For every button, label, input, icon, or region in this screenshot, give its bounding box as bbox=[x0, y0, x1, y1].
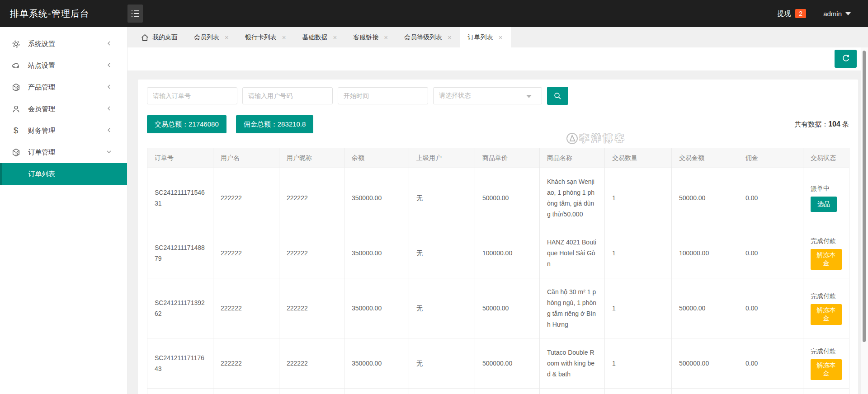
tab-bank-card-list[interactable]: 银行卡列表 × bbox=[237, 27, 294, 47]
chevron-down-icon bbox=[106, 149, 112, 155]
status-text: 完成付款 bbox=[811, 291, 842, 300]
total-trade-button[interactable]: 交易总额：21746080 bbox=[147, 115, 226, 133]
cell-order-no: SC24121117117643 bbox=[147, 338, 213, 389]
tab-label: 我的桌面 bbox=[152, 33, 178, 42]
start-time-input[interactable] bbox=[338, 87, 428, 104]
tab-label: 银行卡列表 bbox=[245, 33, 277, 42]
unfreeze-principal-button[interactable]: 解冻本金 bbox=[811, 359, 842, 380]
orders-table: 订单号 用户名 用户昵称 余额 上级用户 商品单价 商品名称 交易数量 交易金额… bbox=[147, 148, 849, 394]
select-product-button[interactable]: 选品 bbox=[811, 197, 837, 212]
unfreeze-principal-button[interactable]: 解冻本金 bbox=[811, 304, 842, 325]
withdraw-count-badge[interactable]: 2 bbox=[795, 9, 806, 18]
chevron-left-icon bbox=[106, 62, 112, 68]
close-icon[interactable]: × bbox=[282, 34, 286, 41]
cell-balance: 350000.00 bbox=[344, 278, 409, 338]
cell-product-name: Khách sạn Wenjiao, 1 phòng 1 phòng tắm, … bbox=[540, 168, 605, 228]
tab-label: 基础数据 bbox=[302, 33, 328, 42]
tab-service-link[interactable]: 客服链接 × bbox=[345, 27, 396, 47]
sidebar-item-product-management[interactable]: 产品管理 bbox=[0, 76, 127, 98]
tab-label: 会员等级列表 bbox=[404, 33, 442, 42]
table-row-partial bbox=[147, 389, 849, 394]
tab-order-list-active[interactable]: 订单列表 × bbox=[460, 27, 511, 47]
chevron-left-icon bbox=[106, 84, 112, 89]
cell-parent-user: 无 bbox=[409, 168, 475, 228]
tab-basic-data[interactable]: 基础数据 × bbox=[294, 27, 345, 47]
col-commission: 佣金 bbox=[738, 148, 803, 168]
sidebar-item-order-management[interactable]: 订单管理 bbox=[0, 141, 127, 163]
close-icon[interactable]: × bbox=[448, 34, 452, 41]
cell-nickname: 222222 bbox=[279, 168, 344, 228]
cell-username: 222222 bbox=[213, 278, 279, 338]
close-icon[interactable]: × bbox=[333, 34, 337, 41]
withdraw-link[interactable]: 提现 bbox=[777, 9, 791, 18]
chevron-left-icon bbox=[106, 106, 112, 111]
cell-order-no: SC24121117139262 bbox=[147, 278, 213, 338]
sidebar-item-site-settings[interactable]: 站点设置 bbox=[0, 55, 127, 76]
search-button[interactable] bbox=[547, 87, 568, 105]
chevron-down-icon bbox=[845, 12, 851, 15]
cell-commission: 0.00 bbox=[738, 228, 803, 278]
close-icon[interactable]: × bbox=[499, 34, 503, 41]
close-icon[interactable]: × bbox=[225, 34, 229, 41]
cell-balance: 350000.00 bbox=[344, 228, 409, 278]
record-count-label: 共有数据： bbox=[794, 120, 828, 128]
table-row: SC24121117117643 222222 222222 350000.00… bbox=[147, 338, 849, 389]
record-count: 共有数据：104 条 bbox=[794, 120, 849, 129]
scrollbar-thumb[interactable] bbox=[863, 51, 866, 342]
cell-parent-user: 无 bbox=[409, 338, 475, 389]
table-row: SC24121117154631 222222 222222 350000.00… bbox=[147, 168, 849, 228]
username-label: admin bbox=[823, 10, 842, 18]
cell-product-name: HANZ 4021 Boutique Hotel Sài Gòn bbox=[540, 228, 605, 278]
close-icon[interactable]: × bbox=[384, 34, 388, 41]
status-text: 完成付款 bbox=[811, 347, 842, 356]
col-username: 用户名 bbox=[213, 148, 279, 168]
tab-label: 客服链接 bbox=[353, 33, 378, 42]
cell-product-name: Căn hộ 30 m² 1 phòng ngủ, 1 phòng tắm ri… bbox=[540, 278, 605, 338]
cloud-icon bbox=[11, 61, 20, 70]
cell-parent-user: 无 bbox=[409, 278, 475, 338]
record-count-unit: 条 bbox=[840, 120, 849, 128]
cell-amount: 500000.00 bbox=[672, 338, 738, 389]
sidebar-item-label: 产品管理 bbox=[28, 83, 55, 92]
content-card: 请选择状态 交易总额：21746080 佣金总额：283210.8 共有数据：1… bbox=[138, 80, 858, 394]
total-commission-button[interactable]: 佣金总额：283210.8 bbox=[236, 115, 314, 133]
cell-commission: 0.00 bbox=[738, 168, 803, 228]
sidebar-item-label: 财务管理 bbox=[28, 127, 55, 135]
scrollbar[interactable] bbox=[861, 47, 868, 394]
cell-status: 完成付款 解冻本金 bbox=[803, 228, 849, 278]
refresh-button[interactable] bbox=[835, 50, 857, 68]
tab-member-level-list[interactable]: 会员等级列表 × bbox=[396, 27, 460, 47]
topbar-right: 提现 2 admin bbox=[777, 9, 851, 18]
col-balance: 余额 bbox=[344, 148, 409, 168]
cell-status: 派单中 选品 bbox=[803, 168, 849, 228]
status-select[interactable]: 请选择状态 bbox=[433, 87, 542, 104]
cell-username: 222222 bbox=[213, 168, 279, 228]
search-icon bbox=[553, 92, 562, 100]
sidebar-item-member-management[interactable]: 会员管理 bbox=[0, 98, 127, 120]
sidebar-item-label: 订单管理 bbox=[28, 148, 55, 157]
tab-label: 会员列表 bbox=[194, 33, 219, 42]
chevron-down-icon bbox=[526, 95, 532, 98]
list-icon bbox=[132, 10, 139, 17]
cell-product-name: Tutaco Double Room with king bed & bath bbox=[540, 338, 605, 389]
filter-row: 请选择状态 bbox=[147, 87, 849, 105]
col-parent-user: 上级用户 bbox=[409, 148, 475, 168]
chevron-left-icon bbox=[106, 127, 112, 133]
cube-icon bbox=[11, 83, 20, 92]
unfreeze-principal-button[interactable]: 解冻本金 bbox=[811, 249, 842, 270]
cell-status: 完成付款 解冻本金 bbox=[803, 278, 849, 338]
sidebar-item-finance-management[interactable]: $ 财务管理 bbox=[0, 120, 127, 141]
user-number-input[interactable] bbox=[242, 87, 333, 104]
order-number-input[interactable] bbox=[147, 87, 237, 104]
tab-home[interactable]: 我的桌面 bbox=[133, 27, 186, 47]
status-text: 派单中 bbox=[811, 184, 842, 193]
tab-member-list[interactable]: 会员列表 × bbox=[186, 27, 237, 47]
cell-balance: 350000.00 bbox=[344, 168, 409, 228]
sidebar-item-system-settings[interactable]: 系统设置 bbox=[0, 33, 127, 55]
person-icon bbox=[11, 104, 20, 113]
sidebar-toggle-button[interactable] bbox=[127, 5, 143, 23]
col-nickname: 用户昵称 bbox=[279, 148, 344, 168]
user-menu[interactable]: admin bbox=[823, 10, 851, 18]
sidebar-item-order-list[interactable]: 订单列表 bbox=[0, 163, 127, 185]
table-row: SC24121117148879 222222 222222 350000.00… bbox=[147, 228, 849, 278]
